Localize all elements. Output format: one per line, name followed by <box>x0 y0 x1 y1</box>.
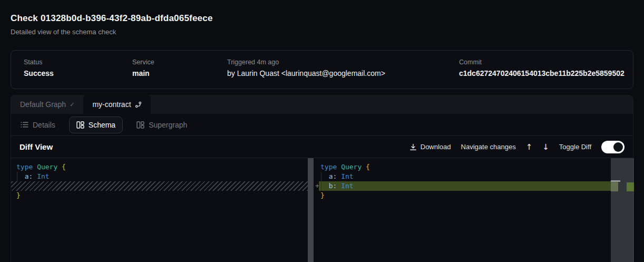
download-button[interactable]: Download <box>409 143 451 151</box>
check-icon: ✓ <box>70 101 74 108</box>
check-detail-card: Default Graph ✓ my-contract <box>11 95 633 262</box>
view-tab-strip: Details Schema Supergraph <box>11 114 633 135</box>
download-icon <box>409 143 417 151</box>
commit-label: Commit <box>459 59 625 66</box>
diff-pane-after[interactable]: type Query { a: Int b: Int} <box>314 158 634 262</box>
columns-icon <box>76 121 84 129</box>
tab-default-graph-label: Default Graph <box>20 100 66 109</box>
commit-value: c1dc62724702406154013cbe11b225b2e5859502 <box>459 69 625 77</box>
scrollbar-slider-edge <box>611 180 620 182</box>
diff-view-title: Diff View <box>19 142 53 151</box>
toggle-diff-switch[interactable] <box>601 141 625 153</box>
service-label: Service <box>132 59 154 66</box>
triggered-field: Triggered 4m ago by Laurin Quast <laurin… <box>227 59 385 77</box>
triggered-label: Triggered 4m ago <box>227 59 385 66</box>
code-line-added: b: Int <box>314 181 634 191</box>
next-change-button[interactable]: ↓ <box>542 142 549 152</box>
page-title: Check 01328b0d-b396-43f2-89ab-dfda065fee… <box>11 13 213 24</box>
previous-change-button[interactable]: ↑ <box>526 142 533 152</box>
navigate-changes-label: Navigate changes <box>461 143 516 151</box>
columns-icon <box>136 121 144 129</box>
tab-my-contract-label: my-contract <box>92 100 131 109</box>
service-value: main <box>132 69 154 77</box>
diff-controls: Download Navigate changes ↑ ↓ Toggle Dif… <box>409 141 625 153</box>
tab-default-graph[interactable]: Default Graph ✓ <box>11 95 83 114</box>
code-line: type Query { <box>11 162 308 172</box>
diff-view-header: Diff View Download Navigate changes ↑ ↓ … <box>11 135 633 158</box>
status-label: Status <box>24 59 54 66</box>
check-summary-card: Status Success Service main Triggered 4m… <box>11 50 633 89</box>
toggle-diff-label: Toggle Diff <box>559 143 591 151</box>
commit-field: Commit c1dc62724702406154013cbe11b225b2e… <box>459 59 625 77</box>
left-scrollbar[interactable] <box>308 158 314 262</box>
tab-schema-label: Schema <box>89 121 115 129</box>
code-line: a: Int <box>314 172 634 181</box>
page-subtitle: Detailed view of the schema check <box>11 28 116 36</box>
right-scrollbar[interactable] <box>611 158 634 262</box>
arrow-down-icon: ↓ <box>542 142 549 152</box>
diff-pane-before[interactable]: type Query { a: Int} <box>11 158 308 262</box>
toggle-knob <box>613 142 623 152</box>
status-field: Status Success <box>24 59 54 77</box>
contract-icon <box>135 101 142 108</box>
triggered-value: by Laurin Quast <laurinquast@googlemail.… <box>227 69 385 77</box>
code-line: } <box>314 191 634 200</box>
service-field: Service main <box>132 59 154 77</box>
code-line: } <box>11 191 308 200</box>
schema-check-page: Check 01328b0d-b396-43f2-89ab-dfda065fee… <box>0 0 644 262</box>
tab-supergraph-label: Supergraph <box>149 121 187 129</box>
download-label: Download <box>421 143 451 151</box>
schema-diff-editor: type Query { a: Int} + type Query { a: I… <box>11 158 633 262</box>
status-value: Success <box>24 69 54 77</box>
tab-schema[interactable]: Schema <box>69 117 123 133</box>
tab-details-label: Details <box>33 121 55 129</box>
code-line-gap <box>11 181 308 191</box>
tab-details[interactable]: Details <box>21 121 55 129</box>
list-icon <box>21 121 28 128</box>
code-line: type Query { <box>314 162 634 172</box>
overview-ruler-added-marker <box>627 182 634 191</box>
tab-my-contract[interactable]: my-contract <box>83 95 150 114</box>
graph-tab-strip: Default Graph ✓ my-contract <box>11 95 633 114</box>
code-line: a: Int <box>11 172 308 181</box>
arrow-up-icon: ↑ <box>526 142 533 152</box>
tab-supergraph[interactable]: Supergraph <box>136 121 187 129</box>
